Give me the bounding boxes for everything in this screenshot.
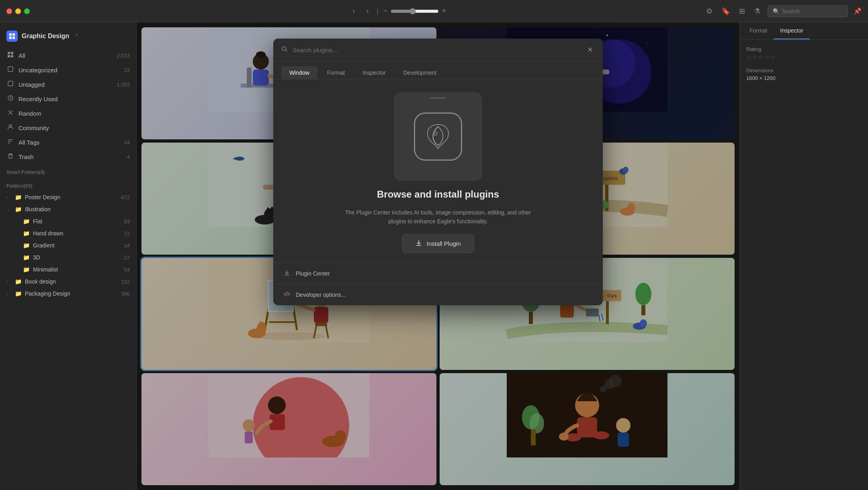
folder-count-3d: 27 [124, 255, 130, 261]
smart-folders-header: Smart Folders(4) [0, 164, 136, 178]
zoom-bar: − + [383, 7, 446, 15]
folder-icon-packaging: 📁 [14, 290, 22, 297]
svg-rect-14 [9, 155, 12, 158]
svg-rect-4 [8, 52, 10, 54]
plugin-logo-icon [414, 112, 462, 161]
minimize-button[interactable] [15, 8, 21, 14]
sidebar-item-count-uncategorized: 23 [124, 67, 130, 73]
folder-label-gradient: Gradient [33, 242, 121, 249]
sidebar-item-community[interactable]: Community [0, 120, 136, 135]
titlebar-left [6, 8, 143, 14]
sidebar-item-label-all: All [18, 52, 113, 59]
content-area: Explore [137, 22, 739, 490]
modal-header: ✕ [273, 39, 603, 61]
forward-button[interactable]: › [363, 5, 372, 17]
modal-search-input[interactable] [293, 47, 580, 53]
svg-rect-5 [11, 52, 13, 54]
folder-gradient[interactable]: 📁 Gradient 34 [0, 239, 136, 251]
community-icon [6, 124, 14, 132]
folder-flat[interactable]: 📁 Flat 93 [0, 215, 136, 227]
sidebar-item-all-tags[interactable]: All Tags 24 [0, 135, 136, 149]
folder-packaging-design[interactable]: › 📁 Packaging Design 396 [0, 288, 136, 300]
svg-rect-0 [9, 33, 12, 36]
folder-icon-minimalist: 📁 [23, 266, 30, 273]
sidebar-item-label-uncategorized: Uncategorized [18, 67, 120, 74]
developer-options-icon [283, 291, 291, 299]
search-icon: 🔍 [773, 8, 780, 14]
folder-chevron-illustration: ⌄ [6, 207, 11, 212]
folder-illustration[interactable]: ⌄ 📁 Illustration [0, 203, 136, 215]
modal-overlay[interactable]: ✕ Window Format Inspector Development [137, 22, 739, 490]
dimensions-value: 1600 × 1200 [746, 75, 862, 81]
tab-window[interactable]: Window [281, 66, 317, 79]
svg-point-137 [282, 47, 286, 51]
footer-item-developer-options[interactable]: Developer options... [273, 284, 603, 305]
sidebar-item-untagged[interactable]: Untagged 1,053 [0, 77, 136, 92]
search-bar[interactable]: 🔍 [768, 5, 848, 17]
zoom-out-button[interactable]: − [383, 7, 388, 15]
traffic-lights [6, 8, 30, 14]
close-button[interactable] [6, 8, 12, 14]
footer-plugin-center-label: Plugin Center [296, 270, 330, 277]
workspace-header[interactable]: Graphic Design ⌃ [0, 27, 136, 48]
filter-icon[interactable]: ⚗ [752, 5, 762, 17]
folder-count-gradient: 34 [124, 243, 130, 249]
tab-inspector[interactable]: Inspector [354, 66, 394, 79]
svg-line-145 [287, 292, 287, 296]
recently-used-icon [6, 95, 14, 103]
sidebar: Graphic Design ⌃ All 2,533 Uncategorized… [0, 22, 137, 490]
folder-hand-drawn[interactable]: 📁 Hand drawn 72 [0, 227, 136, 239]
sidebar-item-trash[interactable]: Trash 4 [0, 149, 136, 164]
sidebar-item-label-trash: Trash [18, 153, 123, 160]
grid-icon[interactable]: ⊞ [737, 5, 747, 17]
back-button[interactable]: ‹ [349, 5, 358, 17]
folder-book-design[interactable]: › 📁 Book design 152 [0, 276, 136, 288]
folder-icon-illustration: 📁 [14, 206, 22, 212]
sidebar-item-count-all: 2,533 [117, 53, 130, 59]
footer-item-plugin-center[interactable]: Plugin Center [273, 263, 603, 284]
panel-tab-inspector[interactable]: Inspector [774, 22, 810, 39]
pin-icon[interactable]: 📌 [854, 7, 862, 15]
folder-poster-design[interactable]: › 📁 Poster Design 872 [0, 191, 136, 203]
nav-divider: | [377, 8, 378, 15]
modal-tabs: Window Format Inspector Development [273, 61, 603, 80]
folder-icon-book: 📁 [14, 278, 22, 285]
main-layout: Graphic Design ⌃ All 2,533 Uncategorized… [0, 22, 868, 490]
install-plugin-button[interactable]: Install Plugin [402, 234, 474, 253]
svg-rect-7 [11, 55, 13, 57]
sidebar-item-label-random: Random [18, 110, 130, 117]
svg-rect-3 [12, 37, 15, 39]
folder-chevron-packaging: › [6, 291, 11, 296]
maximize-button[interactable] [24, 8, 30, 14]
folder-label-flat: Flat [33, 218, 121, 225]
uncategorized-icon [6, 66, 14, 74]
folder-count-poster: 872 [121, 194, 130, 200]
folder-count-flat: 93 [124, 218, 130, 225]
bookmark-icon[interactable]: 🔖 [720, 5, 732, 17]
folder-minimalist[interactable]: 📁 Minimalist 54 [0, 263, 136, 276]
sidebar-item-uncategorized[interactable]: Uncategorized 23 [0, 63, 136, 77]
zoom-in-button[interactable]: + [442, 7, 446, 15]
tab-development[interactable]: Development [395, 66, 445, 79]
plugins-icon[interactable]: ⚙ [704, 5, 714, 17]
search-input[interactable] [782, 8, 843, 14]
folder-icon-3d: 📁 [23, 254, 30, 261]
modal-footer: Plugin Center Developer options... [273, 263, 603, 305]
sidebar-item-recently-used[interactable]: Recently Used [0, 92, 136, 106]
panel-content: Rating ☆☆☆☆☆ Dimensions 1600 × 1200 [740, 40, 868, 490]
folder-label-packaging: Packaging Design [25, 290, 118, 297]
tab-format[interactable]: Format [319, 66, 353, 79]
sidebar-item-label-all-tags: All Tags [18, 139, 120, 146]
trash-icon [6, 153, 14, 161]
modal-close-button[interactable]: ✕ [585, 45, 595, 55]
folder-3d[interactable]: 📁 3D 27 [0, 251, 136, 263]
sidebar-item-all[interactable]: All 2,533 [0, 48, 136, 63]
folder-label-3d: 3D [33, 254, 121, 261]
folder-label-book: Book design [25, 278, 118, 285]
zoom-slider[interactable] [391, 8, 439, 14]
svg-rect-9 [8, 81, 13, 86]
folder-icon-hand: 📁 [23, 230, 30, 237]
sidebar-item-random[interactable]: Random [0, 106, 136, 120]
panel-tab-format[interactable]: Format [743, 22, 774, 39]
titlebar-right: ⚙ 🔖 ⊞ ⚗ 🔍 📌 [653, 5, 862, 17]
